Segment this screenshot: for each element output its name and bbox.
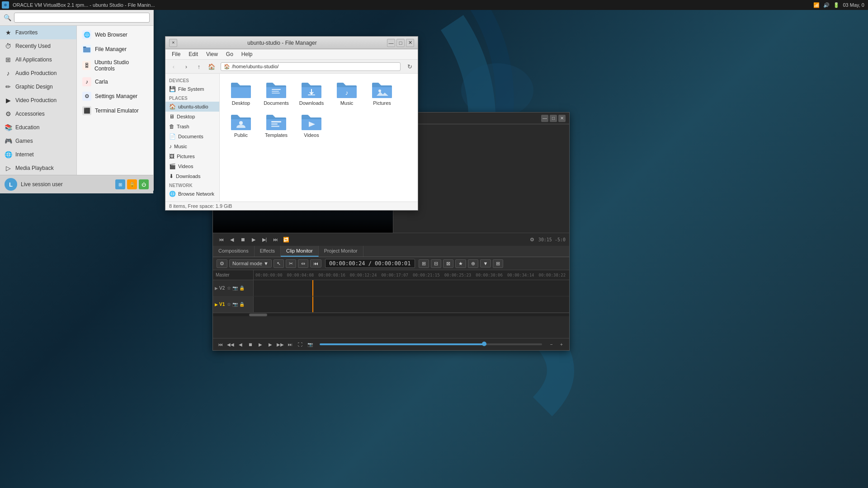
sidebar-nav-trash[interactable]: 🗑 Trash [165,122,219,131]
menu-view[interactable]: View [203,50,222,58]
sidebar-item-internet[interactable]: 🌐 Internet [0,148,76,161]
folder-pictures[interactable]: Pictures [366,79,398,108]
ve-snap-button[interactable]: ⊞ [419,259,429,268]
nav-up-button[interactable]: ↑ [193,61,204,72]
track-v2-area[interactable] [254,280,569,296]
sidebar-nav-documents[interactable]: 📄 Documents [165,131,219,141]
ve-bottom-zoom-in-button[interactable]: + [557,340,566,348]
app-item-file-manager[interactable]: File Manager [77,42,153,56]
ve-trim-button[interactable]: ⊟ [431,259,441,268]
ve-back-button[interactable]: ⏮ [310,259,321,267]
sidebar-nav-file-system[interactable]: 💾 File System [165,84,219,94]
user-action-lock-button[interactable]: 🔒 [127,179,137,189]
track-v1-camera-icon[interactable]: 📷 [232,302,238,307]
nav-forward-button[interactable]: › [181,61,192,72]
transport-prev-frame-button[interactable]: ◀ [227,235,236,244]
sidebar-nav-music[interactable]: ♪ Music [165,141,219,151]
ve-bottom-next-frame-button[interactable]: ▶ [266,340,274,348]
track-v2-camera-icon[interactable]: 📷 [232,286,238,291]
sidebar-item-video-production[interactable]: ▶ Video Production [0,94,76,107]
folder-templates[interactable]: Templates [260,111,292,140]
window-minimize-button[interactable]: — [387,39,395,47]
ve-minimize-button[interactable]: — [541,115,548,122]
ve-bottom-prev-button[interactable]: ◀◀ [226,340,235,348]
ve-progress-thumb[interactable] [482,342,486,346]
app-item-carla[interactable]: ♪ Carla [77,75,153,89]
search-input[interactable] [14,13,150,23]
ve-bottom-play-button[interactable]: ▶ [256,340,264,348]
track-v1-star-icon[interactable]: ☆ [227,302,231,307]
ve-maximize-button[interactable]: □ [550,115,557,122]
sidebar-item-education[interactable]: 📚 Education [0,121,76,134]
sidebar-item-graphic-design[interactable]: ✏ Graphic Design [0,80,76,94]
track-v2-lock-icon[interactable]: 🔒 [239,286,245,291]
ve-bottom-fullscreen-button[interactable]: ⛶ [296,340,304,348]
menu-file[interactable]: File [168,50,184,58]
menu-edit[interactable]: Edit [185,50,202,58]
track-v2-star-icon[interactable]: ☆ [227,286,231,291]
ve-track-config-button[interactable]: ⊞ [493,259,503,268]
scrollbar-thumb[interactable] [249,314,267,316]
menu-help[interactable]: Help [238,50,256,58]
sidebar-nav-ubuntu-studio[interactable]: 🏠 ubuntu-studio [165,102,219,112]
ve-ripple-button[interactable]: ⊠ [443,259,453,268]
ve-progress-bar[interactable] [320,343,542,345]
transport-goto-start-button[interactable]: ⏮ [217,235,226,244]
folder-documents[interactable]: Documents [260,79,292,108]
track-v2-expand-icon[interactable]: ▶ [215,286,218,291]
user-action-display-button[interactable]: ⊞ [115,179,125,189]
sidebar-item-games[interactable]: 🎮 Games [0,134,76,148]
menu-go[interactable]: Go [222,50,237,58]
ve-spacer-tool[interactable]: ⇔ [298,259,308,268]
sidebar-item-recently-used[interactable]: ⏱ Recently Used [0,39,76,53]
sidebar-nav-downloads[interactable]: ⬇ Downloads [165,171,219,181]
sidebar-item-favorites[interactable]: ★ Favorites [0,26,76,39]
ve-bottom-next-button[interactable]: ▶▶ [276,340,284,348]
transport-settings-button[interactable]: ⚙ [528,235,537,244]
sidebar-nav-videos[interactable]: 🎬 Videos [165,161,219,171]
sidebar-nav-browse-network[interactable]: 🌐 Browse Network [165,189,219,199]
sidebar-nav-desktop[interactable]: 🖥 Desktop [165,112,219,122]
ve-bottom-prev-frame-button[interactable]: ◀ [236,340,245,348]
transport-loop-button[interactable]: 🔁 [282,235,291,244]
ve-settings-button[interactable]: ⚙ [217,259,227,268]
ve-bottom-zoom-out-button[interactable]: − [547,340,556,348]
window-close-button[interactable]: ✕ [169,39,177,47]
tab-project-monitor[interactable]: Project Monitor [319,246,363,257]
ve-bottom-stop-button[interactable]: ⏹ [246,340,255,348]
sidebar-item-all-applications[interactable]: ⊞ All Applications [0,53,76,66]
app-item-ubuntu-studio[interactable]: 🎛 Ubuntu Studio Controls [77,56,153,75]
transport-stop-button[interactable]: ⏹ [238,235,247,244]
folder-music[interactable]: ♪ Music [331,79,363,108]
timeline-scrollbar[interactable] [213,313,569,316]
sidebar-item-accessories[interactable]: ⚙ Accessories [0,107,76,121]
sidebar-item-media-playback[interactable]: ▷ Media Playback [0,161,76,175]
track-v1-expand-icon[interactable]: ▶ [215,302,218,307]
ve-select-tool[interactable]: ↖ [274,259,284,268]
refresh-button[interactable]: ↻ [404,61,415,72]
track-v1-area[interactable] [254,296,569,312]
track-v1-lock-icon[interactable]: 🔒 [239,302,245,307]
tab-effects[interactable]: Effects [255,246,281,257]
tab-clip-monitor[interactable]: Clip Monitor [281,246,319,257]
ve-bottom-screenshot-button[interactable]: 📷 [306,340,314,348]
nav-back-button[interactable]: ‹ [168,61,179,72]
folder-videos[interactable]: Videos [296,111,327,140]
ve-bottom-back-button[interactable]: ⏮ [217,340,225,348]
tab-compositions[interactable]: Compositions [213,246,255,257]
folder-downloads[interactable]: Downloads [296,79,327,108]
nav-home-button[interactable]: 🏠 [206,61,217,72]
ve-close-button[interactable]: ✕ [558,115,566,122]
window-maximize-button[interactable]: □ [396,39,405,47]
ve-mode-dropdown[interactable]: Normal mode ▼ [229,259,272,267]
ve-razor-tool[interactable]: ✂ [286,259,296,268]
transport-goto-end-button[interactable]: ⏭ [271,235,280,244]
sidebar-item-audio-production[interactable]: ♪ Audio Production [0,66,76,80]
user-action-power-button[interactable]: ⏻ [139,179,149,189]
transport-next-frame-button[interactable]: ▶| [260,235,269,244]
folder-desktop[interactable]: Desktop [225,79,257,108]
sidebar-nav-pictures[interactable]: 🖼 Pictures [165,151,219,161]
app-item-web-browser[interactable]: 🌐 Web Browser [77,28,153,42]
app-menu-search-bar[interactable]: 🔍 [0,10,153,26]
app-item-terminal[interactable]: ⬛ Terminal Emulator [77,103,153,118]
